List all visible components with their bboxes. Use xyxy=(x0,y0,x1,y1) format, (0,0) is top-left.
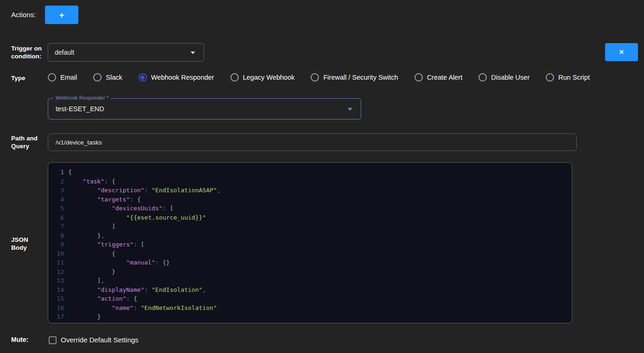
code-line: 4 "targets": { xyxy=(48,195,572,204)
radio-option-label: Firewall / Security Switch xyxy=(323,74,398,81)
code-line-content: "displayName": "EndIsolation", xyxy=(64,285,206,295)
radio-button-icon[interactable] xyxy=(48,73,56,82)
trigger-condition-select[interactable]: default xyxy=(48,43,204,62)
type-option-disable-user[interactable]: Disable User xyxy=(478,73,529,82)
code-line: 7 ] xyxy=(48,222,572,231)
line-number: 1 xyxy=(48,168,64,177)
line-number: 8 xyxy=(48,231,64,240)
radio-button-icon[interactable] xyxy=(546,73,554,82)
line-number: 11 xyxy=(48,258,64,267)
code-line-content: }, xyxy=(64,231,104,240)
code-line-content: "manual": {} xyxy=(64,258,170,267)
line-number: 7 xyxy=(48,222,64,231)
type-radio-group: EmailSlackWebhook ResponderLegacy Webhoo… xyxy=(48,73,590,82)
line-number: 3 xyxy=(48,186,64,195)
action-configuration-panel: Actions: + Trigger on condition: default… xyxy=(0,0,644,353)
chevron-down-icon xyxy=(348,108,352,111)
code-line-content: "targets": { xyxy=(64,195,141,204)
webhook-responder-value: test-ESET_END xyxy=(48,105,104,113)
webhook-responder-select[interactable]: Webhook Responder * test-ESET_END xyxy=(48,98,361,120)
radio-option-label: Slack xyxy=(106,74,122,81)
radio-option-label: Legacy Webhook xyxy=(243,74,295,81)
type-option-create-alert[interactable]: Create Alert xyxy=(414,73,463,82)
line-number: 18 xyxy=(48,321,64,324)
line-number: 4 xyxy=(48,195,64,204)
code-line: 12 } xyxy=(48,267,572,277)
code-line-content: ] xyxy=(64,222,115,231)
code-line: 3 "description": "EndIsolationASAP", xyxy=(48,186,572,195)
radio-option-label: Email xyxy=(60,74,77,81)
code-line-content: } xyxy=(64,267,115,277)
line-number: 16 xyxy=(48,303,64,313)
line-number: 14 xyxy=(48,285,64,295)
code-line: 10 { xyxy=(48,249,572,258)
code-line: 17 } xyxy=(48,312,572,321)
override-default-settings-checkbox[interactable] xyxy=(49,336,57,344)
code-line-content: "{{eset.source_uuid}}" xyxy=(64,213,206,222)
code-line: 2 "task": { xyxy=(48,177,572,186)
radio-button-icon[interactable] xyxy=(230,73,239,82)
code-line: 16 "name": "EndNetworkIsolation" xyxy=(48,303,572,313)
line-number: 10 xyxy=(48,249,64,258)
type-option-email[interactable]: Email xyxy=(48,73,77,82)
radio-button-icon[interactable] xyxy=(311,73,319,82)
radio-option-label: Webhook Responder xyxy=(151,74,214,81)
code-line: 9 "triggers": [ xyxy=(48,240,572,249)
radio-option-label: Run Script xyxy=(558,74,590,81)
code-line-content: "action": { xyxy=(64,294,137,303)
line-number: 2 xyxy=(48,177,64,186)
code-line-content: "name": "EndNetworkIsolation" xyxy=(64,303,217,313)
code-line-content: } xyxy=(64,312,101,321)
type-option-slack[interactable]: Slack xyxy=(93,73,122,82)
radio-option-label: Create Alert xyxy=(427,74,463,81)
type-option-webhook-responder[interactable]: Webhook Responder xyxy=(139,73,214,82)
line-number: 9 xyxy=(48,240,64,249)
radio-option-label: Disable User xyxy=(491,74,529,81)
code-line: 14 "displayName": "EndIsolation", xyxy=(48,285,572,295)
line-number: 6 xyxy=(48,213,64,222)
code-line-content: "task": { xyxy=(64,177,115,186)
line-number: 13 xyxy=(48,276,64,285)
plus-icon: + xyxy=(59,11,64,19)
code-line: 15 "action": { xyxy=(48,294,572,303)
close-icon: ✕ xyxy=(619,49,624,55)
path-query-input[interactable] xyxy=(48,133,577,151)
actions-label: Actions: xyxy=(11,11,36,19)
code-line: 5 "devicesUuids": [ xyxy=(48,204,572,213)
radio-button-icon[interactable] xyxy=(414,73,423,82)
type-label: Type xyxy=(11,74,26,82)
line-number: 17 xyxy=(48,312,64,321)
radio-button-icon[interactable] xyxy=(478,73,487,82)
json-body-editor[interactable]: 1{2 "task": {3 "description": "EndIsolat… xyxy=(48,162,572,323)
mute-label: Mute: xyxy=(11,336,28,344)
webhook-responder-field-label: Webhook Responder * xyxy=(53,95,111,101)
type-option-firewall-security-switch[interactable]: Firewall / Security Switch xyxy=(311,73,398,82)
line-number: 15 xyxy=(48,294,64,303)
code-line-content: "description": "EndIsolationASAP", xyxy=(64,186,221,195)
trigger-condition-label: Trigger on condition: xyxy=(11,44,45,60)
line-number: 12 xyxy=(48,267,64,277)
line-number: 5 xyxy=(48,204,64,213)
chevron-down-icon xyxy=(191,51,195,54)
code-line-content: }, xyxy=(64,321,90,324)
type-option-run-script[interactable]: Run Script xyxy=(546,73,590,82)
code-line-content: "triggers": [ xyxy=(64,240,144,249)
add-action-button[interactable]: + xyxy=(45,6,78,24)
radio-button-icon[interactable] xyxy=(93,73,102,82)
code-line: 6 "{{eset.source_uuid}}" xyxy=(48,213,572,222)
trigger-condition-value: default xyxy=(48,49,74,56)
code-line: 8 }, xyxy=(48,231,572,240)
code-line-content: { xyxy=(64,168,72,177)
override-default-settings-label: Override Default Settings xyxy=(61,336,139,344)
code-line: 18 }, xyxy=(48,321,572,324)
radio-button-icon[interactable] xyxy=(139,73,147,82)
code-line: 1{ xyxy=(48,168,572,177)
code-line-content: "devicesUuids": [ xyxy=(64,204,173,213)
code-line: 11 "manual": {} xyxy=(48,258,572,267)
code-line: 13 ], xyxy=(48,276,572,285)
remove-action-button[interactable]: ✕ xyxy=(605,43,638,61)
code-line-content: { xyxy=(64,249,115,258)
path-query-label: Path and Query xyxy=(11,134,44,150)
json-body-label: JSON Body xyxy=(11,236,34,252)
type-option-legacy-webhook[interactable]: Legacy Webhook xyxy=(230,73,295,82)
